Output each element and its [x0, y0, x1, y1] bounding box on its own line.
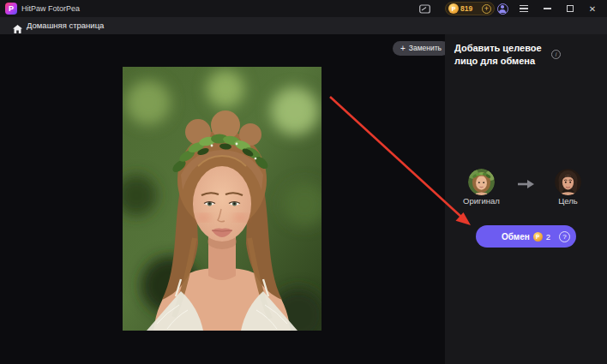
menu-icon[interactable] — [516, 0, 532, 17]
replace-button[interactable]: + Заменить — [393, 41, 449, 56]
title-bar: P HitPaw FotorPea P 819 + ✕ — [0, 0, 607, 17]
face-swap-panel: Добавить целевое лицо для обмена i — [445, 34, 607, 364]
minimize-button[interactable] — [538, 0, 556, 17]
plus-icon: + — [400, 41, 406, 56]
swap-button[interactable]: Обмен P 2 ? — [476, 225, 576, 248]
panel-title: Добавить целевое лицо для обмена — [454, 42, 564, 68]
target-label: Цель — [548, 196, 588, 206]
arrow-right-icon — [517, 177, 535, 193]
app-logo-icon: P — [5, 3, 17, 15]
close-button[interactable]: ✕ — [584, 0, 601, 17]
app-title: HitPaw FotorPea — [21, 0, 80, 17]
maximize-button[interactable] — [562, 0, 579, 17]
coin-icon: P — [448, 3, 459, 14]
original-face-thumbnail[interactable] — [468, 169, 495, 195]
profile-icon[interactable] — [496, 0, 509, 17]
coin-icon: P — [533, 232, 543, 242]
info-icon[interactable]: i — [551, 50, 561, 59]
credits-amount: 819 — [460, 4, 472, 13]
gift-card-icon[interactable] — [418, 0, 431, 17]
canvas-photo — [123, 67, 322, 331]
main-area: + Заменить Добавить целевое лицо для обм… — [0, 34, 607, 364]
app-window: P HitPaw FotorPea P 819 + ✕ Домашняя стр… — [0, 0, 607, 364]
original-label: Оригинал — [454, 196, 508, 206]
target-face-thumbnail[interactable] — [555, 169, 581, 195]
swap-button-label: Обмен — [502, 232, 530, 242]
nav-bar: Домашняя страница — [0, 17, 607, 34]
swap-cost: 2 — [546, 232, 550, 242]
help-icon[interactable]: ? — [559, 231, 570, 242]
add-credits-icon[interactable]: + — [482, 4, 491, 14]
breadcrumb-home[interactable]: Домашняя страница — [27, 17, 104, 34]
credits-balance[interactable]: P 819 + — [445, 2, 495, 15]
replace-button-label: Заменить — [409, 41, 442, 56]
